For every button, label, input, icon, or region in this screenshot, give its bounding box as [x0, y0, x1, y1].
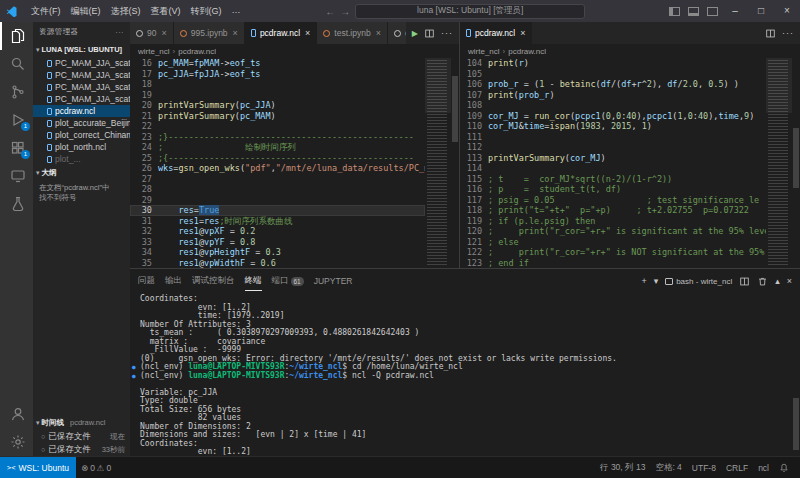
panel-tab[interactable]: 调试控制台: [192, 271, 235, 291]
minimap[interactable]: [425, 58, 451, 268]
code-line[interactable]: 114: [460, 163, 766, 174]
vertical-scrollbar[interactable]: [792, 58, 800, 268]
code-line[interactable]: 18: [130, 79, 425, 90]
more-actions-icon[interactable]: ···: [441, 28, 453, 38]
code-line[interactable]: 26wks=gsn_open_wks("pdf","/mnt/e/luna_da…: [130, 163, 425, 174]
panel-tab[interactable]: 输出: [165, 271, 182, 291]
code-line[interactable]: 27: [130, 174, 425, 185]
code-line[interactable]: 20printVarSummary(pc_JJA): [130, 100, 425, 111]
split-editor-icon[interactable]: [765, 28, 776, 39]
editor-tab[interactable]: pcdraw.ncl×: [460, 22, 532, 44]
close-button[interactable]: ×: [774, 0, 800, 22]
notifications-bell-icon[interactable]: [779, 463, 789, 473]
indentation[interactable]: 空格: 4: [655, 462, 681, 474]
encoding[interactable]: UTF-8: [692, 463, 716, 473]
breadcrumb-item[interactable]: wirte_ncl: [468, 47, 500, 56]
minimap[interactable]: [766, 58, 792, 268]
cursor-position[interactable]: 行 30, 列 13: [600, 462, 645, 474]
code-line[interactable]: 34 res1@vpHeightF = 0.3: [130, 247, 425, 258]
code-line[interactable]: 29: [130, 195, 425, 206]
editor-right[interactable]: 104print(r)105106prob_r = (1 - betainc(d…: [460, 58, 800, 268]
panel-tab[interactable]: 终端: [245, 271, 262, 291]
file-item[interactable]: plot_...: [33, 153, 130, 165]
code-line[interactable]: 122; print("r_cor="+r+" is NOT significa…: [460, 247, 766, 258]
timeline-header[interactable]: ▾ 时间线 pcdraw.ncl: [33, 415, 130, 430]
file-item[interactable]: plot_accurate_Beijing...: [33, 117, 130, 129]
code-line[interactable]: 108: [460, 100, 766, 111]
timeline-item[interactable]: ○已保存文件现在: [33, 430, 130, 443]
file-item[interactable]: plot_correct_Chinama...: [33, 129, 130, 141]
close-icon[interactable]: ×: [233, 28, 238, 38]
remote-explorer-icon[interactable]: [0, 162, 33, 190]
maximize-panel-icon[interactable]: ▴: [775, 276, 780, 286]
vertical-scrollbar[interactable]: [451, 58, 459, 268]
chevron-down-icon[interactable]: ▾: [654, 276, 659, 286]
terminal-tab-entry[interactable]: bash - wirte_ncl: [665, 277, 732, 286]
code-line[interactable]: 104print(r): [460, 58, 766, 69]
more-actions-icon[interactable]: ···: [115, 28, 124, 37]
menu-item[interactable]: 文件(F): [26, 5, 66, 18]
menu-item[interactable]: 编辑(E): [66, 5, 106, 18]
outline-header[interactable]: ▾ 大纲: [33, 165, 130, 180]
code-line[interactable]: 21printVarSummary(pc_MAM): [130, 111, 425, 122]
editor-left[interactable]: 16pc_MAM=fpMAM->eof_ts17pc_JJA=fpJJA->eo…: [130, 58, 459, 268]
menu-item[interactable]: 查看(V): [146, 5, 186, 18]
code-line[interactable]: 109cor_MJ = run_cor(pcpc1(0,0:40),pcpc1(…: [460, 111, 766, 122]
code-line[interactable]: 106prob_r = (1 - betainc(df/(df+r^2), df…: [460, 79, 766, 90]
panel-tab[interactable]: 问题: [138, 271, 155, 291]
terminal-output[interactable]: Coordinates: evn: [1..2] time: [1979..20…: [130, 293, 800, 456]
code-line[interactable]: 119; if (p.le.psig) then: [460, 216, 766, 227]
run-debug-icon[interactable]: 1: [0, 106, 33, 134]
close-icon[interactable]: ×: [520, 28, 525, 38]
close-icon[interactable]: ×: [305, 28, 310, 38]
nav-back-icon[interactable]: ←: [325, 6, 335, 17]
command-center-search[interactable]: luna [WSL: Ubuntu] [管理员]: [355, 4, 585, 19]
file-item[interactable]: plot_north.ncl: [33, 141, 130, 153]
code-line[interactable]: 30 res=True: [130, 205, 425, 216]
split-editor-icon[interactable]: [424, 28, 435, 39]
code-line[interactable]: 33 res1@vpYF = 0.8: [130, 237, 425, 248]
code-line[interactable]: 31 res1=res;时间序列系数曲线: [130, 216, 425, 227]
file-item[interactable]: PC_MAM_JJA_scat...: [33, 57, 130, 69]
maximize-button[interactable]: □: [748, 0, 774, 22]
file-item[interactable]: PC_MAM_JJA_scatter...: [33, 93, 130, 105]
customize-layout-icon[interactable]: [707, 7, 718, 16]
menu-item[interactable]: 转到(G): [186, 5, 227, 18]
command-decoration-icon[interactable]: ●: [132, 363, 136, 372]
editor-tab[interactable]: pcdraw.ncl×: [245, 22, 317, 44]
menu-item[interactable]: …: [227, 5, 246, 18]
code-line[interactable]: 123; end if: [460, 258, 766, 269]
code-line[interactable]: 35 res1@vpWidthF = 0.6: [130, 258, 425, 269]
language-mode[interactable]: ncl: [758, 463, 769, 473]
remote-indicator[interactable]: >< WSL: Ubuntu: [0, 457, 76, 478]
code-line[interactable]: 22: [130, 121, 425, 132]
toggle-sidebar-icon[interactable]: [669, 7, 680, 16]
code-line[interactable]: 118; print("t="+t+" p="+p) ; t+2.02755 p…: [460, 205, 766, 216]
code-line[interactable]: 111: [460, 132, 766, 143]
code-line[interactable]: 17pc_JJA=fpJJA->eof_ts: [130, 69, 425, 80]
toggle-panel-icon[interactable]: [688, 7, 699, 16]
file-item[interactable]: PC_MAM_JJA_scatter...: [33, 69, 130, 81]
code-line[interactable]: 105: [460, 69, 766, 80]
nav-forward-icon[interactable]: →: [340, 6, 350, 17]
code-line[interactable]: 120; print("r_cor="+r+" is significant a…: [460, 226, 766, 237]
editor-tab[interactable]: test.ipynb×: [317, 22, 388, 44]
file-item[interactable]: pcdraw.ncl: [33, 105, 130, 117]
close-panel-icon[interactable]: ×: [787, 276, 792, 286]
more-actions-icon[interactable]: ···: [782, 28, 794, 38]
code-line[interactable]: 23;}------------------------------------…: [130, 132, 425, 143]
split-terminal-icon[interactable]: [739, 276, 750, 287]
explorer-folder-header[interactable]: ▾ LUNA [WSL: UBUNTU]: [33, 42, 130, 57]
code-line[interactable]: 121; else: [460, 237, 766, 248]
code-line[interactable]: 113printVarSummary(cor_MJ): [460, 153, 766, 164]
editor-tab[interactable]: config×: [388, 22, 406, 44]
extensions-icon[interactable]: 1: [0, 134, 33, 162]
source-control-icon[interactable]: [0, 78, 33, 106]
settings-icon[interactable]: [0, 428, 33, 456]
panel-tab[interactable]: JUPYTER: [314, 271, 353, 291]
code-line[interactable]: 25;{------------------------------------…: [130, 153, 425, 164]
minimize-button[interactable]: –: [722, 0, 748, 22]
code-line[interactable]: 107print(prob_r): [460, 90, 766, 101]
account-icon[interactable]: [0, 400, 33, 428]
editor-tab[interactable]: 90×: [130, 22, 174, 44]
